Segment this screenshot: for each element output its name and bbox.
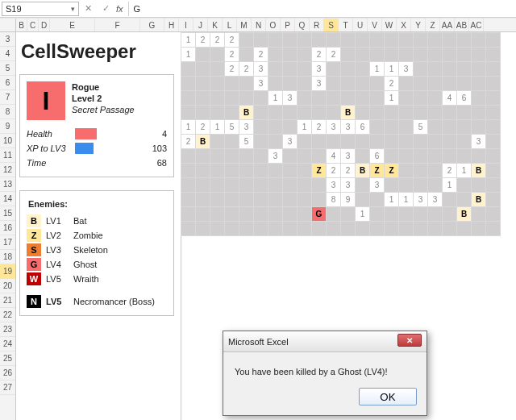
grid-cell[interactable] [428,33,443,48]
row-header-11[interactable]: 11 [0,148,15,163]
grid-cell[interactable] [225,164,239,178]
grid-cell[interactable] [210,135,225,149]
grid-cell[interactable] [486,135,501,149]
grid-cell[interactable] [486,62,501,77]
grid-cell[interactable] [196,164,210,178]
grid-cell[interactable]: 2 [327,164,341,178]
grid-cell[interactable]: 8 [327,193,341,207]
grid-cell[interactable]: 1 [443,178,457,193]
grid-cell[interactable] [210,48,225,62]
grid-cell[interactable] [443,62,457,77]
row-header-8[interactable]: 8 [0,105,15,119]
grid-cell[interactable]: 6 [370,149,385,164]
grid-cell[interactable] [443,135,457,149]
col-header-F[interactable]: F [95,19,140,31]
grid-cell[interactable]: B [196,135,210,149]
grid-cell[interactable] [356,222,370,236]
grid-cell[interactable] [370,33,385,48]
grid-cell[interactable] [486,164,501,178]
grid-cell[interactable]: 3 [283,135,298,149]
grid-cell[interactable] [225,193,239,207]
grid-cell[interactable]: G [312,207,327,222]
grid-cell[interactable] [283,77,298,91]
grid-cell[interactable] [341,207,356,222]
grid-cell[interactable]: 1 [385,193,399,207]
grid-cell[interactable] [472,149,486,164]
grid-cell[interactable] [385,48,399,62]
grid-cell[interactable] [312,106,327,120]
grid-cell[interactable]: 1 [298,120,312,135]
dialog-ok-button[interactable]: OK [359,388,417,405]
grid-cell[interactable] [428,91,443,106]
grid-cell[interactable]: 3 [399,62,414,77]
grid-cell[interactable]: 2 [327,48,341,62]
grid-cell[interactable] [443,120,457,135]
grid-cell[interactable] [254,193,268,207]
col-header-S[interactable]: S [324,19,339,31]
grid-cell[interactable] [341,77,356,91]
grid-cell[interactable] [254,106,268,120]
grid-cell[interactable] [268,222,283,236]
grid-cell[interactable] [356,77,370,91]
grid-cell[interactable] [414,77,428,91]
col-header-G[interactable]: G [140,19,164,31]
grid-cell[interactable] [356,178,370,193]
grid-cell[interactable] [385,135,399,149]
col-header-O[interactable]: O [266,19,281,31]
grid-cell[interactable] [414,164,428,178]
grid-cell[interactable] [428,77,443,91]
col-header-W[interactable]: W [382,19,397,31]
col-header-I[interactable]: I [179,19,194,31]
grid-cell[interactable] [225,178,239,193]
grid-cell[interactable] [268,193,283,207]
grid-cell[interactable] [181,149,196,164]
grid-cell[interactable] [210,106,225,120]
grid-cell[interactable] [472,91,486,106]
grid-cell[interactable] [443,33,457,48]
grid-cell[interactable] [254,222,268,236]
grid-cell[interactable] [370,135,385,149]
grid-cell[interactable] [472,106,486,120]
row-header-20[interactable]: 20 [0,279,15,293]
cancel-icon[interactable]: ✕ [79,3,97,14]
grid-cell[interactable] [196,106,210,120]
grid-cell[interactable]: 3 [268,149,283,164]
grid-cell[interactable] [254,149,268,164]
grid-cell[interactable] [196,178,210,193]
grid-cell[interactable] [472,178,486,193]
row-header-26[interactable]: 26 [0,366,15,380]
grid-cell[interactable] [370,77,385,91]
grid-cell[interactable]: 1 [268,91,283,106]
grid-cell[interactable]: 1 [181,33,196,48]
grid-cell[interactable] [472,207,486,222]
grid-cell[interactable]: 3 [283,91,298,106]
grid-cell[interactable]: 1 [370,62,385,77]
grid-cell[interactable] [254,120,268,135]
col-header-D[interactable]: D [39,19,50,31]
grid-cell[interactable] [239,33,254,48]
grid-cell[interactable] [486,222,501,236]
grid-cell[interactable] [298,62,312,77]
grid-cell[interactable]: 2 [225,62,239,77]
grid-cell[interactable] [225,77,239,91]
grid-cell[interactable] [327,106,341,120]
grid-cell[interactable] [225,91,239,106]
grid-cell[interactable]: 4 [443,91,457,106]
grid-cell[interactable] [298,106,312,120]
grid-cell[interactable] [239,178,254,193]
grid-cell[interactable] [414,62,428,77]
row-header-5[interactable]: 5 [0,61,15,76]
grid-cell[interactable] [457,193,472,207]
grid-cell[interactable] [283,178,298,193]
grid-cell[interactable]: 1 [181,48,196,62]
grid-cell[interactable] [312,33,327,48]
row-header-3[interactable]: 3 [0,32,15,47]
grid-cell[interactable] [312,135,327,149]
grid-cell[interactable] [356,135,370,149]
grid-cell[interactable]: 1 [457,164,472,178]
grid-cell[interactable] [443,222,457,236]
grid-cell[interactable] [210,62,225,77]
grid-cell[interactable] [298,149,312,164]
grid-cell[interactable] [399,135,414,149]
grid-cell[interactable] [414,135,428,149]
